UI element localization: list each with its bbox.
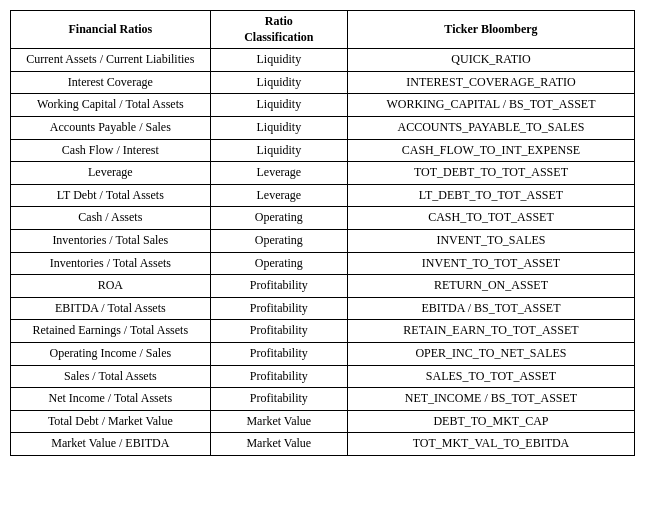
cell-ticker: TOT_DEBT_TO_TOT_ASSET (347, 162, 634, 185)
table-row: LeverageLeverageTOT_DEBT_TO_TOT_ASSET (11, 162, 635, 185)
cell-ratio: LT Debt / Total Assets (11, 184, 211, 207)
table-row: Retained Earnings / Total AssetsProfitab… (11, 320, 635, 343)
cell-classification: Profitability (210, 297, 347, 320)
cell-ticker: WORKING_CAPITAL / BS_TOT_ASSET (347, 94, 634, 117)
header-ticker-bloomberg: Ticker Bloomberg (347, 11, 634, 49)
cell-ratio: Inventories / Total Sales (11, 229, 211, 252)
table-row: Sales / Total AssetsProfitabilitySALES_T… (11, 365, 635, 388)
cell-ratio: Operating Income / Sales (11, 342, 211, 365)
header-ratio-classification: RatioClassification (210, 11, 347, 49)
table-row: Inventories / Total AssetsOperatingINVEN… (11, 252, 635, 275)
cell-ratio: EBITDA / Total Assets (11, 297, 211, 320)
cell-ticker: CASH_TO_TOT_ASSET (347, 207, 634, 230)
cell-ratio: Cash / Assets (11, 207, 211, 230)
cell-ticker: LT_DEBT_TO_TOT_ASSET (347, 184, 634, 207)
cell-ticker: INVENT_TO_TOT_ASSET (347, 252, 634, 275)
table-row: Operating Income / SalesProfitabilityOPE… (11, 342, 635, 365)
table-row: ROAProfitabilityRETURN_ON_ASSET (11, 275, 635, 298)
cell-ratio: Cash Flow / Interest (11, 139, 211, 162)
cell-classification: Operating (210, 252, 347, 275)
table-row: LT Debt / Total AssetsLeverageLT_DEBT_TO… (11, 184, 635, 207)
cell-ratio: Current Assets / Current Liabilities (11, 49, 211, 72)
cell-ratio: Net Income / Total Assets (11, 388, 211, 411)
cell-classification: Liquidity (210, 116, 347, 139)
cell-ticker: NET_INCOME / BS_TOT_ASSET (347, 388, 634, 411)
cell-ticker: EBITDA / BS_TOT_ASSET (347, 297, 634, 320)
table-row: Market Value / EBITDAMarket ValueTOT_MKT… (11, 433, 635, 456)
cell-classification: Profitability (210, 342, 347, 365)
cell-ticker: CASH_FLOW_TO_INT_EXPENSE (347, 139, 634, 162)
cell-ratio: Market Value / EBITDA (11, 433, 211, 456)
cell-ratio: Leverage (11, 162, 211, 185)
cell-ticker: ACCOUNTS_PAYABLE_TO_SALES (347, 116, 634, 139)
table-row: Cash Flow / InterestLiquidityCASH_FLOW_T… (11, 139, 635, 162)
table-row: Total Debt / Market ValueMarket ValueDEB… (11, 410, 635, 433)
cell-ratio: Sales / Total Assets (11, 365, 211, 388)
table-row: Net Income / Total AssetsProfitabilityNE… (11, 388, 635, 411)
table-row: Cash / AssetsOperatingCASH_TO_TOT_ASSET (11, 207, 635, 230)
cell-ratio: Working Capital / Total Assets (11, 94, 211, 117)
table-row: Accounts Payable / SalesLiquidityACCOUNT… (11, 116, 635, 139)
table-row: Working Capital / Total AssetsLiquidityW… (11, 94, 635, 117)
cell-classification: Liquidity (210, 49, 347, 72)
cell-ratio: Total Debt / Market Value (11, 410, 211, 433)
cell-classification: Operating (210, 207, 347, 230)
header-financial-ratios: Financial Ratios (11, 11, 211, 49)
cell-ticker: SALES_TO_TOT_ASSET (347, 365, 634, 388)
cell-classification: Market Value (210, 433, 347, 456)
cell-ticker: INTEREST_COVERAGE_RATIO (347, 71, 634, 94)
cell-ticker: TOT_MKT_VAL_TO_EBITDA (347, 433, 634, 456)
cell-ratio: ROA (11, 275, 211, 298)
cell-ratio: Accounts Payable / Sales (11, 116, 211, 139)
cell-ticker: DEBT_TO_MKT_CAP (347, 410, 634, 433)
cell-ticker: OPER_INC_TO_NET_SALES (347, 342, 634, 365)
table-row: EBITDA / Total AssetsProfitabilityEBITDA… (11, 297, 635, 320)
cell-ticker: QUICK_RATIO (347, 49, 634, 72)
table-row: Interest CoverageLiquidityINTEREST_COVER… (11, 71, 635, 94)
cell-ticker: RETAIN_EARN_TO_TOT_ASSET (347, 320, 634, 343)
cell-classification: Profitability (210, 320, 347, 343)
cell-ticker: INVENT_TO_SALES (347, 229, 634, 252)
cell-classification: Profitability (210, 275, 347, 298)
cell-classification: Liquidity (210, 71, 347, 94)
cell-classification: Profitability (210, 365, 347, 388)
cell-classification: Liquidity (210, 139, 347, 162)
cell-classification: Operating (210, 229, 347, 252)
cell-classification: Leverage (210, 162, 347, 185)
table-row: Current Assets / Current LiabilitiesLiqu… (11, 49, 635, 72)
cell-ticker: RETURN_ON_ASSET (347, 275, 634, 298)
cell-classification: Liquidity (210, 94, 347, 117)
cell-ratio: Retained Earnings / Total Assets (11, 320, 211, 343)
cell-classification: Leverage (210, 184, 347, 207)
cell-ratio: Inventories / Total Assets (11, 252, 211, 275)
cell-classification: Market Value (210, 410, 347, 433)
table-row: Inventories / Total SalesOperatingINVENT… (11, 229, 635, 252)
cell-ratio: Interest Coverage (11, 71, 211, 94)
cell-classification: Profitability (210, 388, 347, 411)
